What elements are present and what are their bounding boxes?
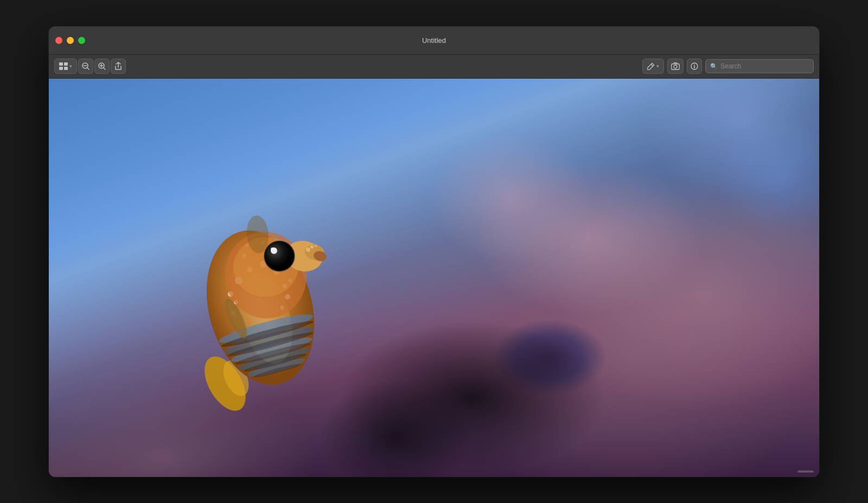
svg-point-57 [265, 242, 293, 270]
titlebar: Untitled [49, 27, 819, 55]
svg-point-16 [694, 64, 695, 65]
zoom-out-icon [82, 62, 90, 70]
svg-rect-1 [64, 62, 68, 66]
share-icon [114, 62, 122, 71]
toolbar-left-group: ▾ [54, 59, 126, 74]
svg-line-11 [651, 65, 653, 67]
search-placeholder: Search [720, 62, 741, 70]
grid-view-icon [59, 62, 68, 70]
zoom-out-button[interactable] [78, 59, 93, 74]
share-button[interactable] [111, 59, 126, 74]
view-toggle-button[interactable]: ▾ [54, 59, 77, 74]
markup-button[interactable]: ▾ [642, 59, 664, 74]
camera-icon [671, 62, 680, 70]
window-title: Untitled [422, 36, 446, 44]
search-icon: 🔍 [710, 63, 718, 70]
image-area [49, 79, 819, 477]
zoom-in-icon [98, 62, 106, 70]
screenshot-button[interactable] [667, 59, 684, 74]
svg-point-53 [306, 247, 310, 252]
toolbar: ▾ [49, 55, 819, 79]
svg-point-13 [674, 65, 677, 68]
info-button[interactable] [687, 59, 702, 74]
svg-rect-12 [672, 64, 680, 70]
maximize-button[interactable] [78, 37, 85, 44]
close-button[interactable] [55, 37, 62, 44]
fish-illustration [141, 150, 347, 422]
svg-point-55 [315, 244, 317, 247]
svg-point-59 [271, 247, 274, 251]
svg-rect-3 [64, 67, 68, 70]
pen-icon [647, 62, 655, 70]
markup-chevron-icon: ▾ [656, 63, 659, 69]
minimize-button[interactable] [67, 37, 74, 44]
traffic-lights [55, 37, 85, 44]
scroll-indicator [797, 470, 814, 473]
toolbar-right-group: ▾ 🔍 Search [642, 59, 814, 74]
info-icon [691, 62, 698, 70]
search-bar[interactable]: 🔍 Search [705, 59, 814, 73]
svg-line-6 [87, 68, 89, 69]
view-chevron-icon: ▾ [69, 63, 72, 69]
fish-scene [49, 79, 819, 477]
svg-rect-0 [59, 62, 63, 66]
zoom-in-button[interactable] [94, 59, 110, 74]
svg-line-10 [104, 68, 105, 69]
svg-point-54 [310, 245, 314, 249]
app-window: Untitled ▾ [49, 27, 819, 477]
svg-rect-2 [59, 67, 63, 70]
